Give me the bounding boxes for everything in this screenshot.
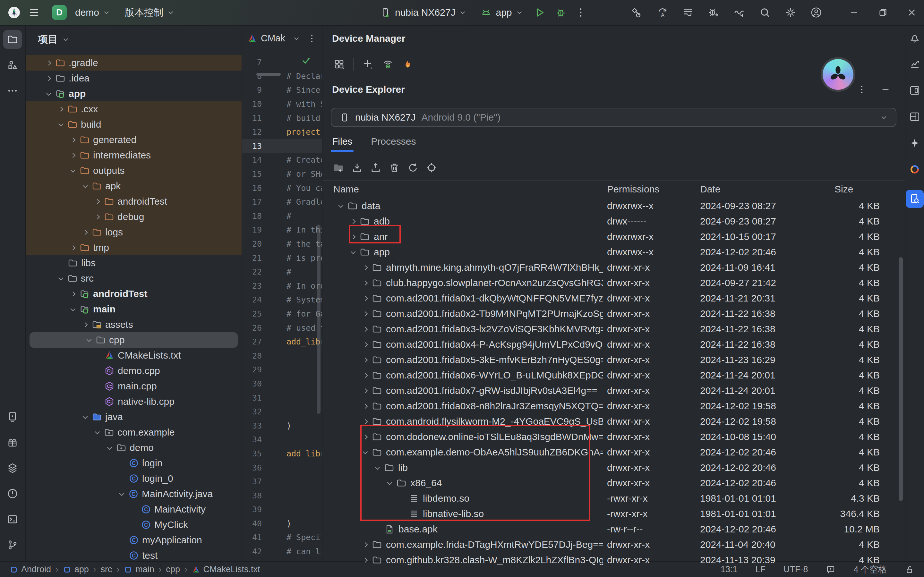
tree-item-com.example[interactable]: com.example bbox=[26, 425, 242, 440]
code-line-11[interactable]: 11# build bbox=[242, 111, 322, 125]
file-row-x86_64[interactable]: x86_64drwxr-xr-x2024-12-02 20:464 KB bbox=[323, 475, 905, 491]
chevron-right-icon[interactable] bbox=[71, 137, 76, 142]
code-line-21[interactable]: 21# is pre bbox=[242, 251, 322, 265]
tree-item-main.cpp[interactable]: Cmain.cpp bbox=[26, 379, 242, 394]
chevron-down-icon[interactable] bbox=[339, 203, 343, 208]
code-line-34[interactable]: 34 bbox=[242, 433, 322, 447]
tree-item-cpp[interactable]: cpp bbox=[29, 332, 238, 348]
column-header-permissions[interactable]: Permissions bbox=[603, 181, 696, 198]
chevron-right-icon[interactable] bbox=[46, 76, 51, 81]
delete-file-icon[interactable] bbox=[389, 162, 400, 174]
table-scrollbar[interactable] bbox=[899, 257, 903, 501]
code-line-32[interactable]: 32 bbox=[242, 405, 322, 419]
chevron-right-icon[interactable] bbox=[363, 434, 368, 439]
tree-item-androidTest[interactable]: androidTest bbox=[26, 286, 242, 301]
tree-item-CMakeLists.txt[interactable]: CMakeLists.txt bbox=[26, 348, 242, 363]
chevron-down-icon[interactable] bbox=[119, 491, 124, 496]
refresh-icon[interactable] bbox=[407, 162, 419, 174]
tree-item-java[interactable]: java bbox=[26, 409, 242, 425]
column-header-size[interactable]: Size bbox=[829, 181, 905, 198]
window-close-button[interactable] bbox=[907, 7, 917, 18]
tree-item-generated[interactable]: generated bbox=[26, 132, 242, 148]
tree-item-demo[interactable]: demo bbox=[26, 440, 242, 455]
chevron-down-icon[interactable] bbox=[294, 35, 299, 40]
chevron-down-icon[interactable] bbox=[375, 464, 380, 469]
tree-item-debug[interactable]: debug bbox=[26, 209, 242, 224]
chevron-right-icon[interactable] bbox=[363, 296, 368, 301]
code-line-42[interactable]: 42# can li bbox=[242, 545, 322, 559]
code-line-16[interactable]: 16# You ca bbox=[242, 181, 322, 195]
tree-item-MyClick[interactable]: CMyClick bbox=[26, 517, 242, 532]
code-editor[interactable]: 78# Declar9# Since 10# with S11# build 1… bbox=[242, 51, 322, 561]
code-line-36[interactable]: 36 bbox=[242, 461, 322, 475]
structure-tool-button[interactable] bbox=[3, 56, 22, 74]
file-row-base.apk[interactable]: base.apk-rw-r--r--2024-12-02 20:4610.2 M… bbox=[323, 522, 905, 537]
code-line-9[interactable]: 9# Since bbox=[242, 83, 322, 97]
tree-item-login[interactable]: Clogin bbox=[26, 455, 242, 471]
terminal-button[interactable] bbox=[3, 510, 22, 529]
pair-wifi-icon[interactable] bbox=[382, 58, 393, 70]
chevron-right-icon[interactable] bbox=[95, 199, 100, 204]
chevron-right-icon[interactable] bbox=[363, 558, 368, 562]
gemini-sparkle-icon[interactable] bbox=[909, 137, 921, 149]
window-minimize-button[interactable] bbox=[849, 7, 859, 18]
tree-item-test[interactable]: Ctest bbox=[26, 548, 242, 561]
file-row-club.happygo.slowplanet-rOcnAxn2urZsQvsGhRG3EA==[interactable]: club.happygo.slowplanet-rOcnAxn2urZsQvsG… bbox=[323, 275, 905, 290]
chevron-right-icon[interactable] bbox=[95, 214, 100, 219]
file-row-com.ad2001.frida0x2-Tb9M4NPqMT2PUrnajKzoSg==[interactable]: com.ad2001.frida0x2-Tb9M4NPqMT2PUrnajKzo… bbox=[323, 306, 905, 321]
chevron-right-icon[interactable] bbox=[363, 357, 368, 363]
editor-options-icon[interactable] bbox=[307, 34, 317, 43]
project-selector[interactable]: demo bbox=[75, 7, 110, 18]
code-line-29[interactable]: 29 bbox=[242, 363, 322, 377]
file-row-com.android.flysilkworm-M2_-4YGoaEVC9gS_UsB03A==[interactable]: com.android.flysilkworm-M2_-4YGoaEVC9gS_… bbox=[323, 414, 905, 429]
file-row-adb[interactable]: adbdrwx------2024-09-23 08:274 KB bbox=[323, 214, 905, 229]
file-row-libdemo.so[interactable]: libdemo.so-rwxr-xr-x1981-01-01 01:014.3 … bbox=[323, 491, 905, 506]
file-row-lib[interactable]: libdrwxr-xr-x2024-12-02 20:464 KB bbox=[323, 460, 905, 475]
search-icon[interactable] bbox=[759, 7, 771, 18]
tree-item-libs[interactable]: libs bbox=[26, 255, 242, 271]
chevron-down-icon[interactable] bbox=[46, 90, 51, 95]
tree-item-MainActivity[interactable]: CMainActivity bbox=[26, 501, 242, 517]
chevron-down-icon[interactable] bbox=[387, 480, 392, 485]
tree-item-.cxx[interactable]: .cxx bbox=[26, 102, 242, 117]
code-line-17[interactable]: 17# Gradle bbox=[242, 195, 322, 209]
vcs-selector[interactable]: 版本控制 bbox=[125, 6, 174, 19]
tree-item-MainActivity.java[interactable]: CMainActivity.java bbox=[26, 486, 242, 501]
chevron-right-icon[interactable] bbox=[363, 311, 368, 316]
chevron-right-icon[interactable] bbox=[363, 265, 368, 270]
chevron-right-icon[interactable] bbox=[363, 280, 368, 285]
editor-scrollbar[interactable] bbox=[317, 224, 321, 414]
file-row-com.ad2001.frida0x7-gRW-isdJIbjRv0stA3El4g==[interactable]: com.ad2001.frida0x7-gRW-isdJIbjRv0stA3El… bbox=[323, 383, 905, 398]
file-row-com.ad2001.frida0x1-dkQbyWtQNFFQN5VME7fyzg==[interactable]: com.ad2001.frida0x1-dkQbyWtQNFFQN5VME7fy… bbox=[323, 290, 905, 306]
code-line-25[interactable]: 25# for Ga bbox=[242, 307, 322, 321]
code-line-15[interactable]: 15# or SHA bbox=[242, 167, 322, 181]
settings-gear-icon[interactable] bbox=[785, 7, 796, 18]
breadcrumb-item-cpp[interactable]: cpp bbox=[166, 564, 180, 574]
run-button[interactable] bbox=[534, 7, 545, 18]
running-devices-panel-icon[interactable] bbox=[909, 85, 921, 96]
chevron-right-icon[interactable] bbox=[363, 342, 368, 347]
chevron-down-icon[interactable] bbox=[83, 183, 88, 188]
breadcrumb-item-app[interactable]: app bbox=[63, 564, 89, 574]
code-line-23[interactable]: 23# In ord bbox=[242, 279, 322, 293]
build-tool-button[interactable] bbox=[3, 459, 22, 477]
file-row-com.example.frida-DTagHXmtRwYDE57DJj-Beg==[interactable]: com.example.frida-DTagHXmtRwYDE57DJj-Beg… bbox=[323, 537, 905, 552]
breadcrumb-item-CMakeLists.txt[interactable]: CMakeLists.txt bbox=[192, 564, 260, 574]
project-badge[interactable]: D bbox=[52, 5, 67, 20]
device-grid-icon[interactable] bbox=[333, 58, 345, 70]
inspections-ok-icon[interactable] bbox=[301, 56, 311, 65]
tree-item-.gradle[interactable]: .gradle bbox=[26, 55, 242, 71]
file-row-com.github.kr328.clash-W_m8KZlk2LhZXflBn3-QIg==[interactable]: com.github.kr328.clash-W_m8KZlk2LhZXflBn… bbox=[323, 552, 905, 568]
project-panel-header[interactable]: 项目 bbox=[26, 26, 242, 53]
hamburger-menu-icon[interactable] bbox=[28, 7, 40, 18]
code-line-26[interactable]: 26# used f bbox=[242, 321, 322, 335]
editor-tab-title[interactable]: CMak bbox=[261, 33, 285, 44]
tree-item-demo.cpp[interactable]: Cdemo.cpp bbox=[26, 363, 242, 379]
locate-crosshair-icon[interactable] bbox=[426, 162, 437, 174]
git-button[interactable] bbox=[3, 536, 22, 554]
chevron-right-icon[interactable] bbox=[363, 327, 368, 332]
tree-item-outputs[interactable]: outputs bbox=[26, 163, 242, 178]
chevron-right-icon[interactable] bbox=[71, 153, 76, 158]
chevron-right-icon[interactable] bbox=[363, 403, 368, 409]
tree-item-androidTest[interactable]: androidTest bbox=[26, 194, 242, 209]
